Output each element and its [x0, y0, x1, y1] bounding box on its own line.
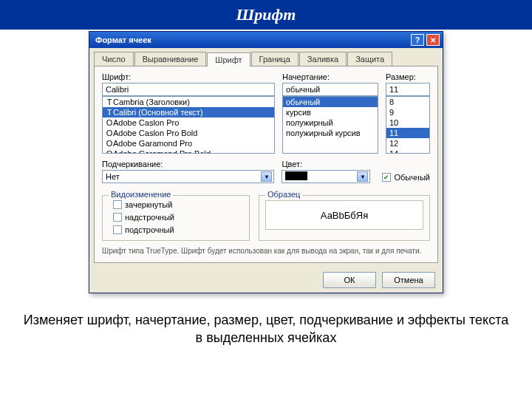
chevron-down-icon: ▼ [261, 171, 272, 182]
color-swatch [285, 171, 307, 180]
underline-label: Подчеркивание: [102, 160, 274, 168]
color-label: Цвет: [282, 160, 370, 168]
preview-group-label: Образец [265, 190, 302, 199]
size-option[interactable]: 8 [386, 97, 429, 107]
tab-number[interactable]: Число [94, 52, 134, 66]
ok-button[interactable]: ОК [323, 272, 376, 288]
format-cells-dialog: Формат ячеек ? ✕ Число Выравнивание Шриф… [89, 31, 443, 293]
slide-caption: Изменяет шрифт, начертание, размер, цвет… [0, 293, 532, 347]
style-label: Начертание: [282, 72, 378, 81]
size-option[interactable]: 10 [386, 117, 429, 128]
underline-value: Нет [106, 172, 120, 181]
checkbox-icon [113, 200, 122, 209]
font-option[interactable]: OAdobe Garamond Pro Bold [103, 149, 274, 154]
size-input[interactable] [386, 83, 430, 96]
size-option[interactable]: 14 [386, 149, 429, 154]
close-button[interactable]: ✕ [426, 34, 440, 46]
checkbox-icon: ✔ [382, 173, 391, 182]
font-option[interactable]: OAdobe Caslon Pro [103, 117, 274, 128]
font-option[interactable]: TCambria (Заголовки) [103, 97, 274, 107]
underline-combo[interactable]: Нет ▼ [102, 170, 274, 183]
color-combo[interactable]: ▼ [282, 170, 370, 183]
help-button[interactable]: ? [411, 34, 424, 46]
strike-checkbox[interactable]: зачеркнутый [113, 200, 243, 209]
size-option[interactable]: 9 [386, 107, 429, 117]
style-option[interactable]: полужирный курсив [283, 128, 378, 138]
font-option[interactable]: OAdobe Caslon Pro Bold [103, 128, 274, 138]
style-option[interactable]: полужирный [283, 117, 378, 128]
tab-border[interactable]: Граница [251, 52, 299, 66]
tab-font[interactable]: Шрифт [207, 52, 250, 66]
style-option[interactable]: обычный [283, 97, 378, 107]
dialog-titlebar[interactable]: Формат ячеек ? ✕ [89, 32, 443, 48]
checkbox-icon [113, 225, 122, 234]
tab-alignment[interactable]: Выравнивание [134, 52, 207, 66]
checkbox-icon [113, 213, 122, 222]
font-panel: Шрифт: TCambria (Заголовки) TCalibri (Ос… [94, 66, 438, 263]
subscript-checkbox[interactable]: подстрочный [113, 225, 243, 234]
tab-strip: Число Выравнивание Шрифт Граница Заливка… [89, 48, 443, 66]
style-input[interactable] [282, 83, 378, 96]
normal-font-checkbox[interactable]: ✔ Обычный [382, 173, 430, 182]
style-listbox[interactable]: обычный курсив полужирный полужирный кур… [282, 96, 378, 154]
cancel-button[interactable]: Отмена [382, 272, 435, 288]
slide-title: Шрифт [0, 0, 532, 30]
dialog-title: Формат ячеек [95, 35, 151, 44]
style-option[interactable]: курсив [283, 107, 378, 117]
tab-protection[interactable]: Защита [347, 52, 392, 66]
size-option[interactable]: 11 [386, 128, 429, 138]
size-label: Размер: [386, 72, 430, 81]
mods-group-label: Видоизменение [109, 190, 173, 199]
font-option[interactable]: OAdobe Garamond Pro [103, 138, 274, 149]
font-input[interactable] [102, 83, 275, 96]
font-label: Шрифт: [102, 72, 275, 81]
chevron-down-icon: ▼ [357, 171, 368, 182]
size-listbox[interactable]: 8 9 10 11 12 14 [386, 96, 430, 154]
normal-font-label: Обычный [394, 173, 430, 182]
font-description: Шрифт типа TrueType. Шрифт будет использ… [102, 247, 430, 255]
preview-box: АаВbБбЯя [265, 200, 423, 230]
tab-fill[interactable]: Заливка [299, 52, 347, 66]
font-listbox[interactable]: TCambria (Заголовки) TCalibri (Основной … [102, 96, 275, 154]
font-option[interactable]: TCalibri (Основной текст) [103, 107, 274, 117]
size-option[interactable]: 12 [386, 138, 429, 149]
superscript-checkbox[interactable]: надстрочный [113, 213, 243, 222]
